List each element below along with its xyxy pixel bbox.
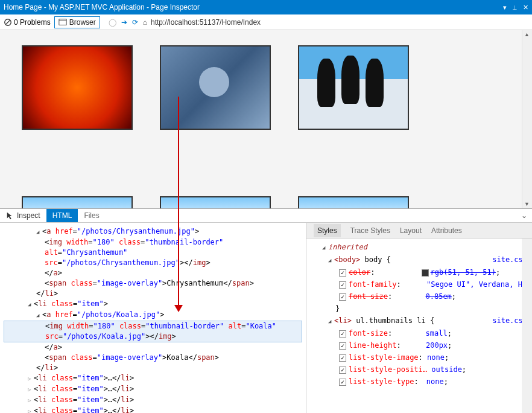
prop-checkbox[interactable] <box>339 367 346 374</box>
thumbnail-penguins[interactable] <box>298 45 409 130</box>
styles-tab-attributes[interactable]: Attributes <box>431 226 462 235</box>
window-pin-icon[interactable]: ⟂ <box>513 4 517 11</box>
tab-files[interactable]: Files <box>78 209 105 222</box>
code-line[interactable]: <a href="/photos/Chrysanthemum.jpg"> <box>2 226 303 237</box>
inspector-toolbar: Inspect HTML Files ⌄ <box>0 208 532 223</box>
css-prop[interactable]: line-height: 200px; <box>311 339 527 351</box>
code-line[interactable]: <li class="item">…</li> <box>2 384 303 395</box>
styles-panel: Styles Trace Styles Layout Attributes in… <box>306 223 532 413</box>
code-line[interactable]: <li class="item">…</li> <box>2 373 303 384</box>
css-prop[interactable]: font-size: 0.85em; <box>311 290 527 303</box>
thumbnail-chrysanthemum[interactable] <box>22 45 133 130</box>
annotation-arrow-line <box>178 97 179 308</box>
styles-body[interactable]: inherited <body> body {site.css color: r… <box>306 239 532 413</box>
color-swatch <box>422 269 429 277</box>
prop-checkbox[interactable] <box>339 379 346 386</box>
code-line[interactable]: alt="Chrysanthemum" <box>2 248 303 258</box>
inspect-label: Inspect <box>17 211 40 220</box>
expand-chevron-icon[interactable]: ⌄ <box>516 211 532 220</box>
thumbnail-koala[interactable] <box>160 45 271 130</box>
css-prop[interactable]: list-style-positi… outside; <box>311 363 527 376</box>
thumbnail-partial-3[interactable] <box>298 196 409 208</box>
nav-refresh-icon[interactable]: ⟳ <box>132 18 138 27</box>
code-line[interactable]: <li class="item"> <box>2 299 303 310</box>
toolbar: 0 Problems Browser ◯ ➔ ⟳ ⌂ http://localh… <box>0 14 532 30</box>
tab-html[interactable]: HTML <box>46 209 78 222</box>
css-prop[interactable]: list-style-type: none; <box>311 376 527 388</box>
styles-tab-layout[interactable]: Layout <box>400 226 422 235</box>
window-controls: ▾ ⟂ ✕ <box>503 4 528 11</box>
window-titlebar: Home Page - My ASP.NET MVC Application -… <box>0 0 532 14</box>
code-line[interactable]: </a> <box>2 342 303 353</box>
code-line[interactable]: <span class="image-overlay">Chrysanthemu… <box>2 278 303 289</box>
prop-checkbox[interactable] <box>339 293 346 301</box>
css-prop[interactable]: font-size: small; <box>311 327 527 339</box>
window-title: Home Page - My ASP.NET MVC Application -… <box>4 3 503 11</box>
nav-controls: ◯ ➔ ⟳ ⌂ <box>109 18 147 27</box>
inspect-button[interactable]: Inspect <box>0 209 46 222</box>
thumbnail-partial-1[interactable] <box>22 196 133 208</box>
code-line[interactable]: </a> <box>2 268 303 278</box>
css-rule[interactable]: <li> ul.thumbnails li {site.css <box>311 315 527 327</box>
browser-label: Browser <box>69 18 96 27</box>
css-prop[interactable]: list-style-image: none; <box>311 351 527 363</box>
css-prop[interactable]: color: rgb(51, 51, 51); <box>311 266 527 278</box>
prop-checkbox[interactable] <box>339 269 346 277</box>
code-line-selected[interactable]: <img width="180" class="thumbnail-border… <box>4 321 302 342</box>
code-line[interactable]: <a href="/photos/Koala.jpg"> <box>2 310 303 321</box>
styles-scrollbar[interactable] <box>522 239 532 413</box>
code-line[interactable]: </li> <box>2 363 303 373</box>
problems-indicator[interactable]: 0 Problems <box>4 18 51 27</box>
prop-checkbox[interactable] <box>339 330 346 338</box>
svg-rect-2 <box>59 19 66 25</box>
browser-icon <box>59 18 67 27</box>
viewport-scrollbar[interactable] <box>522 30 532 208</box>
prop-checkbox[interactable] <box>339 281 346 289</box>
annotation-arrow-head <box>174 305 183 312</box>
prop-checkbox[interactable] <box>339 354 346 362</box>
browser-viewport <box>0 30 532 208</box>
thumbnail-partial-2[interactable] <box>160 196 271 208</box>
css-rule-close: } <box>311 303 527 315</box>
thumbnail-row-1 <box>0 30 532 145</box>
code-line[interactable]: src="/photos/Chrysanthemum.jpg"></img> <box>2 258 303 268</box>
code-line[interactable]: <span class="image-overlay">Koala</span> <box>2 353 303 363</box>
svg-line-1 <box>6 20 10 24</box>
code-line[interactable]: </li> <box>2 289 303 299</box>
nav-forward-icon[interactable]: ➔ <box>121 18 127 27</box>
inherited-label: inherited <box>311 241 527 254</box>
styles-tab-trace[interactable]: Trace Styles <box>350 226 390 235</box>
code-line[interactable]: <li class="item">…</li> <box>2 395 303 406</box>
inspector-panels: <a href="/photos/Chrysanthemum.jpg"> <im… <box>0 223 532 413</box>
styles-tabs: Styles Trace Styles Layout Attributes <box>306 223 532 239</box>
window-dropdown-icon[interactable]: ▾ <box>503 4 507 11</box>
prop-checkbox[interactable] <box>339 342 346 350</box>
css-rule[interactable]: <body> body {site.css <box>311 254 527 266</box>
no-problems-icon <box>4 18 12 27</box>
css-prop[interactable]: font-family: "Segoe UI", Verdana, He <box>311 278 527 290</box>
html-tree-panel[interactable]: <a href="/photos/Chrysanthemum.jpg"> <im… <box>0 223 306 413</box>
url-text[interactable]: http://localhost:51137/Home/Index <box>151 18 261 27</box>
browser-button[interactable]: Browser <box>54 16 100 28</box>
nav-home-icon[interactable]: ⌂ <box>143 18 147 27</box>
window-close-icon[interactable]: ✕ <box>523 4 528 11</box>
inspect-cursor-icon <box>6 211 14 220</box>
nav-back-icon[interactable]: ◯ <box>109 18 116 27</box>
thumbnail-row-2 <box>0 196 532 208</box>
problems-text: 0 Problems <box>14 18 51 27</box>
styles-tab-styles[interactable]: Styles <box>314 224 341 237</box>
code-line[interactable]: <img width="180" class="thumbnail-border… <box>2 237 303 248</box>
code-line[interactable]: <li class="item">…</li> <box>2 406 303 413</box>
